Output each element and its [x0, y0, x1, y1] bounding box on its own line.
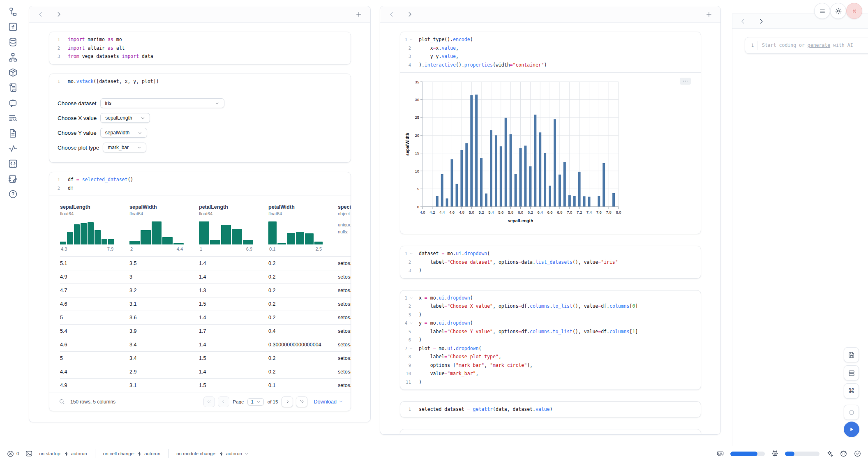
code-line: 3 y=y.value,: [400, 52, 697, 61]
fold-chevron-icon[interactable]: [409, 321, 413, 325]
function-square-icon[interactable]: [8, 22, 18, 32]
code-editor[interactable]: 1mo.vstack([dataset, x, y, plot]): [49, 74, 351, 89]
chart-menu-button[interactable]: [680, 78, 691, 85]
prev-page-button[interactable]: [218, 396, 229, 407]
fold-chevron-icon[interactable]: [409, 252, 413, 256]
runtime-config-1[interactable]: on startup:autorun: [39, 451, 87, 456]
line-number: 5: [400, 327, 414, 336]
panel-back-button[interactable]: [388, 10, 396, 18]
close-button[interactable]: [846, 3, 862, 19]
add-cell-button[interactable]: [705, 10, 713, 18]
dropdown-select-mark_bar[interactable]: mark_bar: [103, 143, 146, 152]
code-text: mo.vstack([dataset, x, y, plot]): [68, 77, 159, 86]
fold-chevron-icon[interactable]: [409, 38, 413, 41]
column-dtype: object: [338, 211, 351, 216]
dropdown-row: Choose plot typemark_bar: [58, 140, 342, 155]
table-column-header: sepalLengthfloat644.37.9: [60, 204, 129, 251]
dropdown-select-sepalWidth[interactable]: sepalWidth: [100, 128, 147, 138]
bar-chart[interactable]: 4.04.24.44.64.85.05.25.45.65.86.06.26.46…: [404, 78, 705, 230]
histogram-bar: [141, 230, 151, 244]
scratchpad-cell[interactable]: 1 Start coding or generate with AI: [745, 37, 868, 54]
panel-forward-button[interactable]: [55, 10, 63, 18]
terminal-icon[interactable]: [25, 450, 33, 458]
table-cell: 4.4: [60, 369, 129, 375]
code-square-icon[interactable]: [8, 159, 18, 169]
robot-icon[interactable]: [840, 450, 847, 458]
search-icon[interactable]: [58, 398, 65, 405]
histogram-bar: [88, 222, 94, 244]
table-cell: 1.4: [199, 342, 268, 348]
fold-chevron-icon[interactable]: [409, 296, 413, 300]
dropdown-value: mark_bar: [108, 145, 129, 150]
separator: [95, 449, 95, 458]
dropdown-label: Choose Y value: [58, 130, 97, 136]
panel-back-button[interactable]: [37, 10, 45, 18]
last-page-button[interactable]: [296, 396, 307, 407]
panel-forward-button[interactable]: [757, 17, 765, 25]
fold-chevron-icon[interactable]: [409, 347, 413, 350]
next-page-button[interactable]: [282, 396, 293, 407]
command-palette-button[interactable]: ⌘: [844, 383, 859, 399]
svg-text:7.4: 7.4: [586, 210, 592, 214]
svg-text:4.0: 4.0: [420, 210, 425, 214]
panel-back-button[interactable]: [739, 17, 747, 25]
menu-button[interactable]: [814, 3, 830, 19]
chart-output[interactable]: 4.04.24.44.64.85.05.25.45.65.86.06.26.46…: [400, 73, 701, 234]
settings-button[interactable]: [830, 3, 846, 19]
code-editor[interactable]: 1plot_type = getattr(alt.Chart(df), plot…: [400, 429, 701, 435]
panel-forward-button[interactable]: [406, 10, 414, 18]
package-icon[interactable]: [8, 67, 18, 78]
error-indicator[interactable]: 0: [7, 450, 19, 458]
check-circle-icon[interactable]: [854, 450, 861, 458]
notebook-pen-icon[interactable]: [8, 174, 18, 184]
line-number: 1: [49, 35, 63, 44]
code-editor[interactable]: 1plot_type().encode(2 x=x.value,3 y=y.va…: [400, 32, 701, 72]
generate-link[interactable]: generate: [808, 42, 830, 48]
first-page-button[interactable]: [203, 396, 215, 407]
help-circle-icon[interactable]: [8, 189, 18, 199]
activity-icon[interactable]: [8, 143, 18, 154]
file-tree-icon[interactable]: [8, 7, 18, 17]
table-cell: 5.1: [60, 260, 129, 266]
code-line: 6): [400, 336, 697, 344]
code-line: 2 x=x.value,: [400, 44, 697, 53]
dropdown-select-sepalLength[interactable]: sepalLength: [100, 113, 150, 123]
runtime-config-2[interactable]: on cell change:autorun: [103, 451, 160, 456]
svg-text:sepalLength: sepalLength: [508, 218, 533, 223]
code-editor[interactable]: 1import marimo as mo2import altair as al…: [49, 32, 351, 64]
svg-text:4.8: 4.8: [459, 210, 464, 214]
save-button[interactable]: [844, 347, 859, 362]
scroll-icon[interactable]: [8, 83, 18, 93]
table-cell: setosa: [338, 342, 351, 348]
svg-text:0: 0: [417, 205, 419, 209]
table-cell: 3.6: [129, 315, 199, 320]
add-cell-button[interactable]: [355, 10, 363, 18]
sitemap-icon[interactable]: [8, 52, 18, 62]
line-number: 3: [400, 266, 414, 275]
sparkles-icon[interactable]: [826, 450, 833, 458]
command-icon: ⌘: [848, 387, 855, 395]
page-select[interactable]: 1: [247, 398, 263, 406]
code-editor[interactable]: 1df = selected_dataset()2df: [49, 172, 351, 196]
runtime-config-3[interactable]: on module change:autorun: [176, 451, 249, 456]
code-editor[interactable]: 1x = mo.ui.dropdown(2 label="Choose X va…: [400, 290, 701, 390]
layout-rows-icon: [848, 369, 855, 377]
code-line: 4y = mo.ui.dropdown(: [400, 319, 697, 327]
page-value: 1: [251, 399, 253, 404]
dropdown-select-iris[interactable]: iris: [100, 98, 224, 108]
bot-icon[interactable]: [8, 98, 18, 108]
run-all-button[interactable]: [844, 422, 859, 437]
table-cell: 1.4: [199, 260, 268, 266]
code-editor[interactable]: 1selected_dataset = getattr(data, datase…: [400, 402, 701, 417]
layout-button[interactable]: [844, 365, 859, 380]
download-button[interactable]: Download: [314, 399, 343, 405]
file-text-icon[interactable]: [8, 128, 18, 138]
svg-text:7.2: 7.2: [577, 210, 582, 214]
database-icon[interactable]: [8, 37, 18, 47]
code-line: 10 value="mark_bar",: [400, 369, 697, 378]
stop-button[interactable]: [844, 405, 859, 420]
code-editor[interactable]: 1dataset = mo.ui.dropdown(2 label="Choos…: [400, 246, 701, 278]
log-search-icon[interactable]: [8, 113, 18, 123]
column-name: sepalLength: [60, 204, 129, 210]
table-cell: 1.3: [199, 288, 268, 293]
